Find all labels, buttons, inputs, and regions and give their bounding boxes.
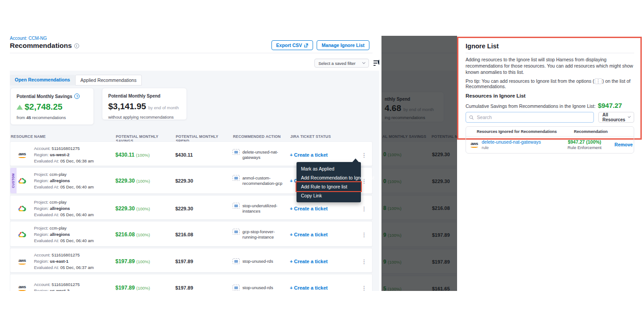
- ignore-list-title: Ignore List: [466, 43, 634, 50]
- manage-ignore-list-button[interactable]: Manage Ignore List: [317, 40, 369, 50]
- aws-logo-icon: aws: [18, 258, 26, 265]
- page-title: Recommendations i: [10, 42, 79, 50]
- page-title-text: Recommendations: [10, 42, 72, 50]
- recommendation-count: 45: [26, 115, 31, 120]
- resource-info: Account: 511616801275Region: us-west-2: [34, 278, 115, 291]
- recommended-action: stop-underutilized-instances: [233, 203, 290, 214]
- header-divider: [10, 53, 373, 53]
- spend-card-subtitle: without applying recommendations: [108, 115, 181, 120]
- recommended-action: stop-unused-rds: [233, 285, 290, 290]
- ignored-savings-source: Rule Enforcement: [555, 145, 614, 150]
- recommendation-icon: [233, 175, 240, 181]
- create-ticket-link[interactable]: + Create a ticket: [290, 232, 356, 237]
- context-menu-item[interactable]: Copy Link: [297, 191, 361, 200]
- potential-spend-value: $229.30: [175, 206, 233, 211]
- filter-icon-button[interactable]: 1: [373, 59, 379, 67]
- context-menu: Mark as AppliedAdd Recommendation to Ign…: [297, 162, 361, 202]
- recommendations-page: Account: CCM-NG Recommendations i Export…: [10, 36, 379, 291]
- savings-card-subtitle: from 45 recommendations: [17, 115, 88, 120]
- ignored-rule-link[interactable]: delete-unused-nat-gateways: [482, 139, 541, 145]
- row-actions-kebab-icon[interactable]: ⋮: [360, 231, 369, 238]
- create-ticket-link[interactable]: + Create a ticket: [290, 206, 356, 211]
- aws-logo-icon: aws: [470, 141, 478, 148]
- external-link-icon: [304, 43, 308, 47]
- recommended-action: delete-unused-nat-gateways: [233, 149, 290, 160]
- info-icon[interactable]: i: [74, 43, 79, 48]
- resource-info: Project: ccm-playRegion: allregionsEvalu…: [34, 196, 115, 222]
- context-menu-item[interactable]: Add Recommendation to Ignore list: [297, 173, 361, 182]
- spend-suffix: by end of month: [148, 105, 179, 110]
- row-actions-kebab-icon[interactable]: ⋮: [360, 152, 369, 158]
- potential-savings-value: $430.11 (100%): [115, 152, 175, 158]
- saved-filter-label: Select a saved filter: [318, 61, 356, 66]
- potential-savings-value: $197.89 (100%): [115, 258, 175, 265]
- potential-savings-value: $197.89 (100%): [115, 285, 175, 291]
- dimmed-page-strip: nthly Spend 4.68 by end of month ing rec…: [381, 36, 457, 291]
- ignore-list-description: Adding resources to the Ignore list will…: [466, 56, 636, 75]
- recommendation-icon: [233, 285, 240, 290]
- aws-logo-icon: aws: [18, 152, 26, 158]
- potential-spend-value: $229.30: [175, 178, 233, 184]
- resource-type-select[interactable]: All Resources: [598, 112, 634, 123]
- help-icon[interactable]: ?: [74, 94, 80, 99]
- export-csv-button[interactable]: Export CSV: [271, 40, 314, 50]
- create-ticket-link[interactable]: + Create a ticket: [290, 285, 356, 290]
- potential-savings-value: $229.30 (100%): [115, 178, 175, 184]
- create-ticket-link[interactable]: + Create a ticket: [290, 259, 356, 264]
- recommendation-row[interactable]: awsAccount: 511616801275Region: us-west-…: [10, 274, 373, 291]
- ignore-list-search[interactable]: [466, 112, 594, 123]
- potential-spend-value: $430.11: [175, 152, 233, 158]
- resource-info: Account: 511616801275Region: us-west-2Ev…: [34, 142, 115, 168]
- potential-spend-value: $197.89: [175, 259, 233, 264]
- recommendation-row[interactable]: awsAccount: 511616801275Region: us-east-…: [10, 248, 373, 273]
- recommended-action: stop-unused-rds: [233, 259, 290, 264]
- potential-monthly-spend-card: Potential Monthly Spend $3,141.95 by end…: [102, 88, 187, 120]
- resource-info: Project: ccm-playRegion: allregionsEvalu…: [34, 168, 115, 194]
- ignored-resource-type: rule: [482, 145, 541, 150]
- recommendation-icon: [233, 149, 240, 155]
- search-input[interactable]: [476, 114, 590, 120]
- context-menu-item[interactable]: Add Rule to Ignore list: [297, 182, 361, 191]
- spend-amount: $3,141.95: [108, 102, 146, 111]
- ignored-savings-value: $947.27 (100%): [555, 139, 614, 145]
- row-actions-kebab-icon[interactable]: ⋮: [360, 285, 369, 291]
- saved-filter-select[interactable]: Select a saved filter: [314, 59, 369, 68]
- breadcrumb[interactable]: Account: CCM-NG: [10, 36, 47, 41]
- savings-amount: $2,748.25: [25, 102, 63, 112]
- cumulative-savings-value: $947.27: [598, 102, 622, 109]
- ignore-list-protip: Pro tip: You can add resources to Ignore…: [466, 78, 634, 89]
- recommended-action: gcp-stop-forever-running-instance: [233, 229, 290, 240]
- ignored-resources-column-header: Resources Ignored for Recommendations: [477, 129, 562, 134]
- row-actions-kebab-icon[interactable]: ⋮: [360, 258, 369, 265]
- kebab-icon: ⋮: [595, 78, 602, 84]
- search-icon: [469, 115, 474, 120]
- recommendation-column-header: Recommendation: [562, 129, 620, 134]
- row-actions-kebab-icon[interactable]: ⋮: [360, 205, 369, 212]
- savings-card-title: Potential Monthly Savings: [17, 94, 72, 99]
- create-ticket-link[interactable]: + Create a ticket: [290, 152, 356, 158]
- aws-logo-icon: aws: [18, 285, 26, 291]
- custom-tag: CUSTOM: [10, 168, 17, 193]
- gcp-logo-icon: [18, 178, 26, 184]
- recommendation-row[interactable]: Project: ccm-playRegion: allregionsEvalu…: [10, 221, 373, 247]
- savings-up-triangle-icon: [17, 105, 23, 110]
- potential-savings-value: $229.30 (100%): [115, 205, 175, 212]
- recommendation-icon: [233, 258, 240, 264]
- recommendation-icon: [233, 229, 240, 235]
- tab-applied-recommendations[interactable]: Applied Recommendations: [75, 75, 142, 85]
- manage-ignore-list-label: Manage Ignore List: [322, 43, 364, 48]
- context-menu-item[interactable]: Mark as Applied: [297, 164, 361, 173]
- spend-card-title: Potential Monthly Spend: [108, 94, 161, 98]
- modal-dim-overlay: [381, 36, 457, 291]
- remove-button[interactable]: Remove: [614, 142, 634, 147]
- potential-spend-value: $197.89: [175, 285, 233, 290]
- cumulative-savings-line: Cumulative Savings from Recommendations …: [466, 102, 634, 109]
- gcp-logo-icon: [18, 205, 26, 212]
- filter-count-badge: 1: [378, 59, 379, 65]
- tab-bar: Open Recommendations Applied Recommendat…: [10, 75, 142, 85]
- recommendation-icon: [233, 203, 240, 209]
- tab-open-recommendations[interactable]: Open Recommendations: [10, 75, 75, 85]
- export-csv-label: Export CSV: [276, 43, 302, 48]
- resource-info: Project: ccm-playRegion: allregionsEvalu…: [34, 222, 115, 248]
- resources-in-ignore-list-heading: Resources in Ignore List: [466, 93, 634, 98]
